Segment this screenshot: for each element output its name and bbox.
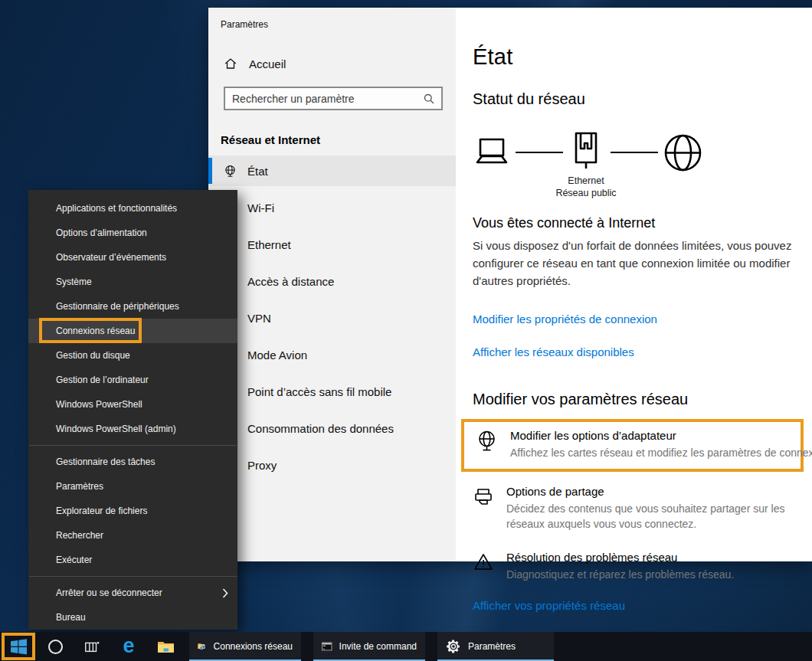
page-title: État bbox=[473, 44, 812, 70]
settings-sidebar: Paramètres Accueil Réseau et Internet bbox=[208, 8, 456, 561]
winx-item-shutdown[interactable]: Arrêter ou se déconnecter bbox=[28, 581, 237, 605]
winx-item-system[interactable]: Système bbox=[28, 270, 237, 294]
winx-item-disk-management[interactable]: Gestion du disque bbox=[28, 343, 237, 368]
network-status-diagram: Ethernet Réseau public bbox=[473, 131, 812, 174]
sidebar-item-proxy[interactable]: Proxy bbox=[208, 450, 456, 480]
link-show-available-networks[interactable]: Afficher les réseaux disponibles bbox=[473, 345, 812, 358]
sidebar-item-label: Ethernet bbox=[247, 238, 291, 251]
sidebar-item-label: Consommation des données bbox=[247, 422, 394, 435]
link-modify-connection-properties[interactable]: Modifier les propriétés de connexion bbox=[473, 313, 812, 326]
sidebar-item-home[interactable]: Accueil bbox=[224, 57, 286, 70]
task-view-button[interactable] bbox=[74, 632, 110, 661]
winx-item-search[interactable]: Rechercher bbox=[28, 523, 237, 548]
winx-item-apps-features[interactable]: Applications et fonctionnalités bbox=[28, 196, 237, 221]
winx-item-powershell[interactable]: Windows PowerShell bbox=[28, 392, 237, 417]
sidebar-home-label: Accueil bbox=[249, 57, 286, 70]
settings-window: Paramètres Accueil Réseau et Internet bbox=[208, 8, 812, 561]
search-icon[interactable] bbox=[423, 93, 435, 105]
highlight-box-adapter-options: Modifier les options d’adaptateur Affich… bbox=[461, 419, 804, 472]
edge-button[interactable]: e bbox=[110, 632, 147, 661]
sidebar-item-ethernet[interactable]: Ethernet bbox=[208, 229, 456, 260]
sharing-icon bbox=[473, 486, 493, 506]
winx-item-settings[interactable]: Paramètres bbox=[28, 474, 237, 499]
start-button[interactable] bbox=[0, 632, 37, 661]
sidebar-item-label: État bbox=[247, 165, 268, 178]
sidebar-item-label: Wi-Fi bbox=[247, 201, 274, 214]
cortana-button[interactable] bbox=[37, 632, 74, 661]
connection-labels: Ethernet Réseau public bbox=[532, 175, 640, 199]
setting-row-sharing-options[interactable]: Options de partage Décidez des contenus … bbox=[473, 485, 812, 532]
winx-item-file-explorer[interactable]: Explorateur de fichiers bbox=[28, 499, 237, 523]
winx-item-desktop[interactable]: Bureau bbox=[28, 605, 237, 630]
setting-row-title: Résolution des problèmes réseau bbox=[506, 551, 812, 564]
setting-row-troubleshoot[interactable]: Résolution des problèmes réseau Diagnost… bbox=[473, 551, 812, 582]
highlight-box-network-connections bbox=[39, 318, 142, 343]
network-status-heading: Statut du réseau bbox=[473, 90, 812, 108]
winx-item-label: Arrêter ou se déconnecter bbox=[56, 587, 162, 598]
connected-status-title: Vous êtes connecté à Internet bbox=[473, 215, 812, 231]
taskbar-button-command-prompt[interactable]: Invite de command bbox=[313, 632, 425, 661]
sidebar-item-wifi[interactable]: Wi-Fi bbox=[208, 192, 456, 223]
cortana-icon bbox=[48, 640, 63, 654]
setting-row-description: Diagnostiquez et réparez les problèmes r… bbox=[506, 567, 812, 582]
taskbar: e Connexions réseau Invite de command bbox=[0, 632, 812, 661]
ethernet-connector-icon: Ethernet Réseau public bbox=[569, 132, 603, 173]
winx-item-computer-management[interactable]: Gestion de l’ordinateur bbox=[28, 368, 237, 392]
laptop-icon bbox=[473, 137, 511, 168]
sidebar-item-label: Accès à distance bbox=[247, 275, 334, 288]
sidebar-section-title: Réseau et Internet bbox=[221, 133, 320, 146]
task-view-icon bbox=[83, 639, 100, 654]
home-icon bbox=[224, 57, 237, 70]
winx-item-run[interactable]: Exécuter bbox=[28, 548, 237, 572]
menu-separator bbox=[29, 576, 237, 577]
winx-menu: Applications et fonctionnalités Options … bbox=[28, 190, 237, 630]
command-prompt-icon bbox=[322, 640, 332, 653]
chevron-right-icon bbox=[222, 588, 228, 598]
internet-globe-icon bbox=[663, 133, 703, 173]
adapter-icon bbox=[476, 430, 497, 453]
winx-item-powershell-admin[interactable]: Windows PowerShell (admin) bbox=[28, 417, 237, 441]
sidebar-nav: État Wi-Fi Ethernet Accès à distance VPN… bbox=[208, 155, 456, 486]
sidebar-item-label: Proxy bbox=[247, 459, 277, 472]
warning-icon bbox=[473, 552, 493, 572]
setting-row-title: Options de partage bbox=[506, 485, 812, 498]
taskbar-button-network-connections[interactable]: Connexions réseau bbox=[189, 632, 301, 661]
winx-item-power-options[interactable]: Options d’alimentation bbox=[28, 221, 237, 245]
settings-main-pane: État Statut du réseau Ethernet Réseau pu… bbox=[456, 8, 812, 561]
link-view-network-properties[interactable]: Afficher vos propriétés réseau bbox=[473, 599, 812, 612]
sidebar-item-label: Mode Avion bbox=[247, 348, 307, 362]
setting-row-description: Décidez des contenus que vous souhaitez … bbox=[506, 501, 812, 532]
taskbar-button-label: Connexions réseau bbox=[214, 641, 293, 652]
settings-search-box[interactable] bbox=[224, 87, 443, 110]
sidebar-item-etat[interactable]: État bbox=[208, 155, 456, 186]
sidebar-item-vpn[interactable]: VPN bbox=[208, 303, 456, 333]
gear-icon bbox=[446, 639, 461, 654]
connection-type: Réseau public bbox=[555, 188, 616, 198]
network-folder-icon bbox=[198, 639, 207, 654]
file-explorer-button[interactable] bbox=[147, 632, 184, 661]
sidebar-item-label: Point d’accès sans fil mobile bbox=[247, 385, 391, 398]
winx-item-task-manager[interactable]: Gestionnaire des tâches bbox=[28, 450, 237, 474]
setting-row-adapter-options[interactable]: Modifier les options d’adaptateur Affich… bbox=[476, 429, 794, 460]
connection-line bbox=[611, 152, 658, 153]
winx-item-event-viewer[interactable]: Observateur d’événements bbox=[28, 245, 237, 270]
sidebar-item-consommation[interactable]: Consommation des données bbox=[208, 413, 456, 443]
taskbar-button-settings[interactable]: Paramètres bbox=[437, 632, 554, 661]
connection-line bbox=[516, 152, 563, 153]
sidebar-item-hotspot[interactable]: Point d’accès sans fil mobile bbox=[208, 376, 456, 407]
sidebar-item-acces-distance[interactable]: Accès à distance bbox=[208, 266, 456, 296]
taskbar-button-label: Paramètres bbox=[468, 641, 516, 652]
window-title: Paramètres bbox=[221, 19, 268, 30]
sidebar-item-label: VPN bbox=[247, 312, 271, 325]
globe-status-icon bbox=[224, 165, 237, 178]
connected-status-body: Si vous disposez d'un forfait de données… bbox=[473, 237, 812, 290]
connection-name: Ethernet bbox=[568, 175, 604, 186]
file-explorer-icon bbox=[157, 640, 175, 654]
sidebar-item-mode-avion[interactable]: Mode Avion bbox=[208, 339, 456, 370]
network-settings-heading: Modifier vos paramètres réseau bbox=[473, 391, 812, 408]
search-input[interactable] bbox=[225, 93, 423, 105]
setting-row-title: Modifier les options d’adaptateur bbox=[510, 429, 812, 442]
highlight-box-start-button bbox=[2, 633, 35, 660]
winx-item-device-manager[interactable]: Gestionnaire de périphériques bbox=[28, 294, 237, 319]
edge-icon: e bbox=[123, 636, 134, 656]
